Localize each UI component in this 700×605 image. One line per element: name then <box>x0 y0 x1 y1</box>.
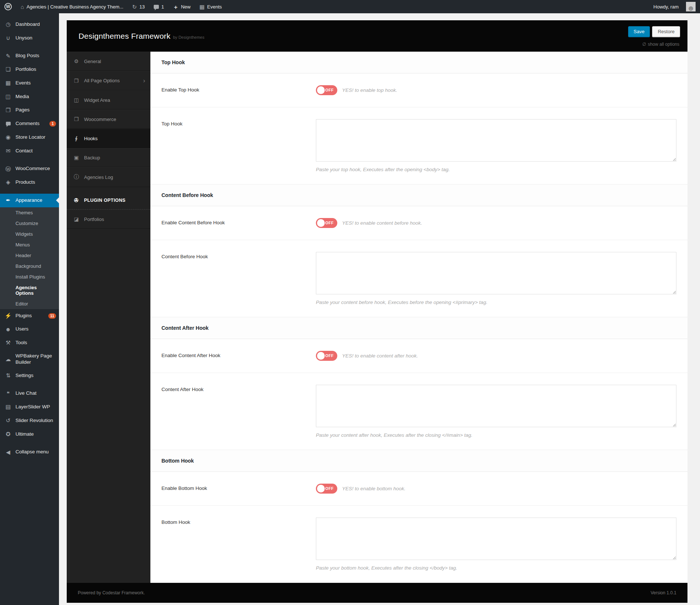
toggle-switch-off[interactable]: OFF <box>316 351 337 361</box>
sidebar-menu: ◷ Dashboard ∪ Unyson ✎ Blog Posts ❏ Port… <box>0 18 59 459</box>
sidebar-item-appearance[interactable]: ✒ Appearance <box>0 194 59 207</box>
options-nav-item-general[interactable]: ⚙ General <box>67 52 150 71</box>
chat-bubbles-icon: ❝ <box>4 390 12 397</box>
options-nav-item-all-page-options[interactable]: ❐ All Page Options › <box>67 71 150 90</box>
submenu-item-editor[interactable]: Editor <box>0 298 59 309</box>
submenu-item-header[interactable]: Header <box>0 250 59 261</box>
person-silhouette-icon: ☻ <box>687 5 694 11</box>
field-label: Enable Bottom Hook <box>161 484 316 491</box>
sidebar-item-comments[interactable]: Comments 1 <box>0 117 59 131</box>
sidebar-item-products[interactable]: ◈ Products <box>0 176 59 189</box>
options-nav-item-portfolios[interactable]: ◪ Portfolios <box>67 210 150 229</box>
events-link[interactable]: ▦ Events <box>195 0 226 13</box>
toggle-row: Enable Content Before Hook OFF YES! to e… <box>150 206 687 240</box>
page-title: Designthemes Framework <box>79 32 170 41</box>
submenu-item-customize[interactable]: Customize <box>0 218 59 229</box>
sidebar-item-label: Comments <box>15 121 46 127</box>
sidebar-item-plugins[interactable]: ⚡ Plugins 11 <box>0 309 59 323</box>
toggle-switch-off[interactable]: OFF <box>316 85 337 95</box>
sidebar-item-label: Slider Revolution <box>15 418 56 424</box>
sidebar-item-contact[interactable]: ✉ Contact <box>0 144 59 158</box>
submenu-item-install-plugins[interactable]: Install Plugins <box>0 272 59 282</box>
sidebar-item-dashboard[interactable]: ◷ Dashboard <box>0 18 59 31</box>
sidebar-item-media[interactable]: ◫ Media <box>0 90 59 104</box>
sidebar-item-blog-posts[interactable]: ✎ Blog Posts <box>0 49 59 63</box>
nav-item-label: General <box>84 59 101 64</box>
comment-bubble-icon <box>154 5 159 9</box>
sidebar-item-label: Live Chat <box>15 390 56 397</box>
eye-slash-icon: ∅ <box>642 42 646 47</box>
sidebar-item-wpbakery-page-builder[interactable]: ☁ WPBakery Page Builder <box>0 350 59 369</box>
sidebar-item-users[interactable]: ☻ Users <box>0 323 59 336</box>
sidebar-item-label: Contact <box>15 148 56 154</box>
hook-code-textarea[interactable] <box>316 385 676 427</box>
toggle-switch-off[interactable]: OFF <box>316 484 337 494</box>
submenu-item-agencies-options[interactable]: Agencies Options <box>0 282 59 298</box>
avatar[interactable]: ☻ <box>686 2 696 11</box>
plugin-nav-list: ◪ Portfolios <box>67 210 150 229</box>
plugin-options-heading: ✇ PLUGIN OPTIONS <box>67 191 150 210</box>
hook-code-textarea[interactable] <box>316 518 676 560</box>
save-button[interactable]: Save <box>628 26 650 37</box>
options-nav-item-widget-area[interactable]: ◫ Widget Area <box>67 90 150 110</box>
sidebar-item-label: Dashboard <box>15 21 56 28</box>
sidebar-item-label: Unyson <box>15 35 56 41</box>
unyson-icon: ∪ <box>4 35 12 42</box>
submenu-item-background[interactable]: Background <box>0 261 59 272</box>
field-label: Content Before Hook <box>161 252 316 259</box>
comments-link[interactable]: 1 <box>149 0 168 13</box>
sliders-icon: ⇅ <box>4 372 12 379</box>
sidebar-item-live-chat[interactable]: ❝ Live Chat <box>0 387 59 401</box>
sidebar-item-tools[interactable]: ⚒ Tools <box>0 336 59 350</box>
admin-sidebar: ◷ Dashboard ∪ Unyson ✎ Blog Posts ❏ Port… <box>0 13 59 605</box>
updates-count: 13 <box>139 4 144 10</box>
toggle-row: Enable Content After Hook OFF YES! to en… <box>150 339 687 373</box>
sidebar-item-store-locator[interactable]: ◉ Store Locator <box>0 131 59 144</box>
toggle-switch-off[interactable]: OFF <box>316 218 337 228</box>
options-nav-item-agencies-log[interactable]: ⓘ Agencies Log <box>67 167 150 187</box>
events-label: Events <box>207 4 222 10</box>
sidebar-item-pages[interactable]: ❐ Pages <box>0 104 59 117</box>
submenu-item-widgets[interactable]: Widgets <box>0 229 59 239</box>
new-content-menu[interactable]: ＋ New <box>168 0 195 13</box>
sidebar-item-collapse-menu[interactable]: ◀ Collapse menu <box>0 446 59 459</box>
sidebar-item-label: Ultimate <box>15 431 56 438</box>
sidebar-separator <box>0 189 59 194</box>
sidebar-item-woocommerce[interactable]: Ⓦ WooCommerce <box>0 162 59 176</box>
textarea-row: Bottom Hook Paste your bottom hook, Exec… <box>150 506 687 583</box>
shield-icon: ▣ <box>73 155 80 160</box>
sidebar-item-unyson[interactable]: ∪ Unyson <box>0 31 59 45</box>
hook-code-textarea[interactable] <box>316 252 676 294</box>
panel-footer: Powered by Codestar Framework. Version 1… <box>67 583 687 603</box>
section-content-before-hook: Content Before Hook Enable Content Befor… <box>150 184 687 317</box>
count-badge: 11 <box>48 313 56 319</box>
comments-count: 1 <box>161 4 164 10</box>
textarea-row: Content Before Hook Paste your content b… <box>150 240 687 317</box>
location-pin-icon: ◉ <box>4 134 12 141</box>
sidebar-item-label: Portfolios <box>15 66 56 73</box>
field-hint: Paste your content before hook, Executes… <box>316 300 676 305</box>
options-nav-item-backup[interactable]: ▣ Backup <box>67 148 150 167</box>
site-name-link[interactable]: ⌂ Agencies | Creative Business Agency Th… <box>16 0 128 13</box>
sidebar-item-slider-revolution[interactable]: ↺ Slider Revolution <box>0 414 59 428</box>
submenu-item-themes[interactable]: Themes <box>0 207 59 218</box>
sidebar-separator <box>0 45 59 49</box>
wordpress-menu[interactable]: W <box>0 0 16 13</box>
field-hint: Paste your top hook, Executes after the … <box>316 167 676 172</box>
toggle-knob <box>317 219 325 227</box>
sidebar-item-events[interactable]: ▦ Events <box>0 76 59 90</box>
sidebar-item-layerslider-wp[interactable]: ▤ LayerSlider WP <box>0 400 59 414</box>
sidebar-item-portfolios[interactable]: ❏ Portfolios <box>0 63 59 76</box>
options-nav-item-woocommerce[interactable]: ❒ Woocommerce <box>67 110 150 129</box>
options-nav-item-hooks[interactable]: ∮ Hooks <box>67 129 150 148</box>
sidebar-item-ultimate[interactable]: ✪ Ultimate <box>0 428 59 441</box>
submenu-item-menus[interactable]: Menus <box>0 239 59 250</box>
restore-button[interactable]: Restore <box>652 26 680 37</box>
nav-item-label: Woocommerce <box>84 117 116 122</box>
updates-link[interactable]: ↻ 13 <box>128 0 149 13</box>
howdy-account-menu[interactable]: Howdy, ram <box>649 0 683 13</box>
sidebar-item-settings[interactable]: ⇅ Settings <box>0 369 59 383</box>
show-all-options-toggle[interactable]: ∅ show all options <box>642 42 679 47</box>
hook-code-textarea[interactable] <box>316 119 676 162</box>
layers-icon: ▤ <box>4 404 12 411</box>
